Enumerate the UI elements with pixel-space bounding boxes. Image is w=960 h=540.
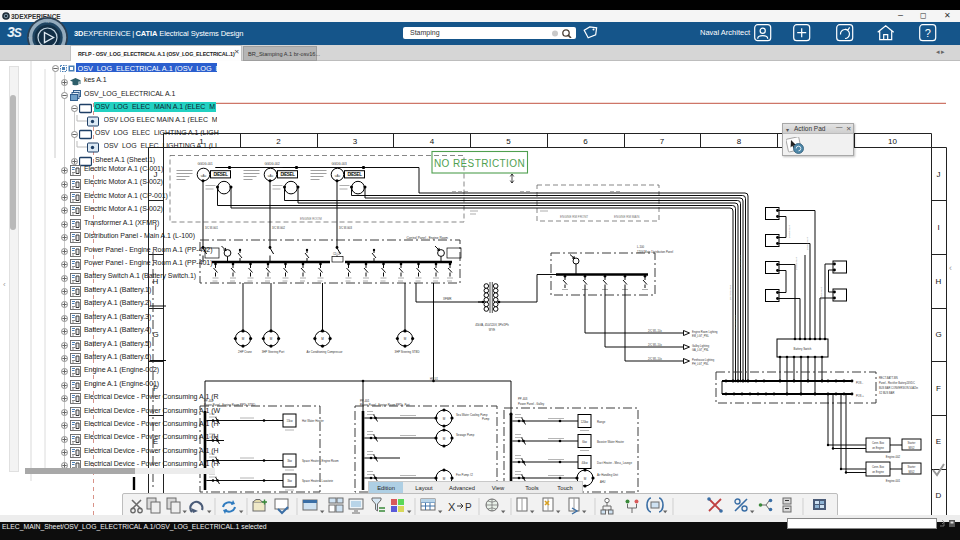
svg-text:‹: ‹ <box>949 263 952 273</box>
svg-text:2/C WL-10x: 2/C WL-10x <box>648 329 662 333</box>
svg-text:Panel - Rectifier Battery24VDC: Panel - Rectifier Battery24VDC <box>879 381 915 385</box>
svg-text:4: 4 <box>430 137 435 146</box>
svg-text:Starter: Starter <box>908 441 916 445</box>
svg-text:45kVA, 450/120V, 3Ph/1Ph: 45kVA, 450/120V, 3Ph/1Ph <box>475 323 509 327</box>
svg-text:Fire Pump #2: Fire Pump #2 <box>456 473 473 477</box>
svg-text:BUS BAR CONVERSION 50A/2in: BUS BAR CONVERSION 50A/2in <box>879 386 919 390</box>
svg-text:ENGINE ROOM: ENGINE ROOM <box>300 217 322 221</box>
svg-text:Space Heater - Lavatorie: Space Heater - Lavatorie <box>302 479 334 483</box>
svg-text:DIESEL: DIESEL <box>347 172 362 177</box>
svg-text:on Engine: on Engine <box>872 446 884 450</box>
svg-text:Conn. Box: Conn. Box <box>872 441 885 445</box>
svg-text:XFMR: XFMR <box>443 297 452 301</box>
svg-text:uAu: uAu <box>335 174 341 178</box>
svg-text:Space Heater - Engine Room: Space Heater - Engine Room <box>302 459 339 463</box>
svg-text:Engine Room Lighting: Engine Room Lighting <box>692 330 718 334</box>
svg-text:Penthouse Lighting: Penthouse Lighting <box>692 358 715 362</box>
svg-text:EM_LGT_PNL: EM_LGT_PNL <box>692 334 709 338</box>
svg-text:E: E <box>936 437 941 446</box>
svg-text:WYE: WYE <box>489 328 496 332</box>
svg-text:120V Main Distribution Panel: 120V Main Distribution Panel <box>637 250 673 254</box>
svg-text:DIESEL: DIESEL <box>280 172 295 177</box>
svg-text:M/02: M/02 <box>909 446 915 450</box>
svg-text:2/C WL-10x: 2/C WL-10x <box>648 357 662 361</box>
svg-text:P: P <box>465 502 472 513</box>
svg-text:Sewage Pump: Sewage Pump <box>456 433 475 437</box>
svg-text:Power Panel - Engine Room PP1: Power Panel - Engine Room PP1b, Port <box>360 403 410 407</box>
svg-text:HW-01: HW-01 <box>430 377 439 381</box>
svg-text:NO RESTRICTION: NO RESTRICTION <box>434 158 525 169</box>
svg-text:W: W <box>29 36 33 41</box>
svg-text:G: G <box>935 330 941 339</box>
svg-text:H: H <box>936 277 942 286</box>
svg-text:Range: Range <box>597 420 606 424</box>
svg-text:Air Handling Unit: Air Handling Unit <box>597 473 618 477</box>
svg-text:Engine-002: Engine-002 <box>886 455 901 459</box>
svg-text:24VDC-BAT: 24VDC-BAT <box>795 256 798 270</box>
svg-text:24VDC-BAT: 24VDC-BAT <box>806 236 809 250</box>
svg-text:ENGINE RM MAIN: ENGINE RM MAIN <box>614 215 639 219</box>
svg-text:Galley Lighting: Galley Lighting <box>692 344 710 348</box>
svg-text:D: D <box>936 491 942 500</box>
svg-text:Conn. Box: Conn. Box <box>872 465 885 469</box>
svg-text:15kw: 15kw <box>286 419 292 423</box>
svg-text:Control Panel - Engine Room: Control Panel - Engine Room <box>407 236 449 240</box>
svg-text:2/C W-BAT-0x: 2/C W-BAT-0x <box>729 284 732 300</box>
svg-text:24VDC-BAT: 24VDC-BAT <box>820 286 823 300</box>
svg-text:E: E <box>63 36 66 41</box>
svg-text:Starter: Starter <box>908 465 916 469</box>
svg-text:3/C W-G02: 3/C W-G02 <box>272 226 285 230</box>
svg-text:POS -: POS - <box>856 381 863 385</box>
svg-text:Engine-001: Engine-001 <box>886 479 901 483</box>
svg-text:40kw: 40kw <box>581 461 587 465</box>
svg-text:8: 8 <box>737 137 742 146</box>
svg-text:3kw: 3kw <box>287 459 292 463</box>
svg-text:F: F <box>936 384 941 393</box>
svg-text:Duct Heater - Mess_Lounge: Duct Heater - Mess_Lounge <box>597 461 632 465</box>
svg-text:2/C W-BAT-0x: 2/C W-BAT-0x <box>734 314 737 330</box>
svg-text:RECT-BATT-BN: RECT-BATT-BN <box>879 376 898 380</box>
svg-text:6: 6 <box>583 137 588 146</box>
svg-text:Booster Water Heater: Booster Water Heater <box>597 440 624 444</box>
svg-text:10: 10 <box>888 137 897 146</box>
svg-text:5: 5 <box>506 137 511 146</box>
svg-text:GGDG-002: GGDG-002 <box>265 162 281 166</box>
svg-text:GGDG-003: GGDG-003 <box>332 162 348 166</box>
svg-text:L-100: L-100 <box>637 245 645 249</box>
svg-text:Air Conditioning Compressor: Air Conditioning Compressor <box>307 350 343 354</box>
svg-text:PP-403: PP-403 <box>518 397 528 401</box>
svg-text:3HP Steering Port: 3HP Steering Port <box>262 350 285 354</box>
svg-text:2/C W-BAT-0x: 2/C W-BAT-0x <box>739 254 742 270</box>
svg-text:?: ? <box>925 27 931 39</box>
svg-text:POS +: POS + <box>856 394 864 398</box>
svg-text:PH_LGT_PNL: PH_LGT_PNL <box>692 362 709 366</box>
svg-text:N: N <box>46 19 49 24</box>
svg-text:Pump: Pump <box>482 417 490 421</box>
svg-text:GA_LGT_PNL: GA_LGT_PNL <box>692 348 709 352</box>
svg-text:3HP Steering STBD: 3HP Steering STBD <box>395 350 420 354</box>
svg-text:6kw: 6kw <box>582 440 587 444</box>
svg-text:I: I <box>937 223 939 232</box>
svg-text:7: 7 <box>660 137 665 146</box>
svg-text:24VDC-BAT: 24VDC-BAT <box>788 224 791 238</box>
svg-text:Battery Switch: Battery Switch <box>794 347 812 351</box>
svg-text:120kw: 120kw <box>581 420 589 424</box>
svg-text:CD-CP: CD-CP <box>333 252 341 256</box>
svg-text:2: 2 <box>276 137 281 146</box>
svg-text:3kw: 3kw <box>287 479 292 483</box>
svg-text:M/02: M/02 <box>909 470 915 474</box>
svg-text:X2 BUS BAR: X2 BUS BAR <box>879 391 894 395</box>
svg-text:Power Panel - Galley: Power Panel - Galley <box>518 402 545 406</box>
svg-text:ENGINE RM FRONT: ENGINE RM FRONT <box>560 215 588 219</box>
svg-text:J: J <box>937 170 941 179</box>
svg-text:uAu: uAu <box>268 174 274 178</box>
svg-text:Χ: Χ <box>448 501 456 513</box>
svg-text:on Engine: on Engine <box>872 470 884 474</box>
svg-text:Hot Water Heater: Hot Water Heater <box>302 419 324 423</box>
svg-text:3/C W-G03: 3/C W-G03 <box>339 226 352 230</box>
svg-text:2/C WL-10x: 2/C WL-10x <box>648 343 662 347</box>
svg-text:3: 3 <box>353 137 358 146</box>
svg-text:AHU: AHU <box>600 480 606 484</box>
